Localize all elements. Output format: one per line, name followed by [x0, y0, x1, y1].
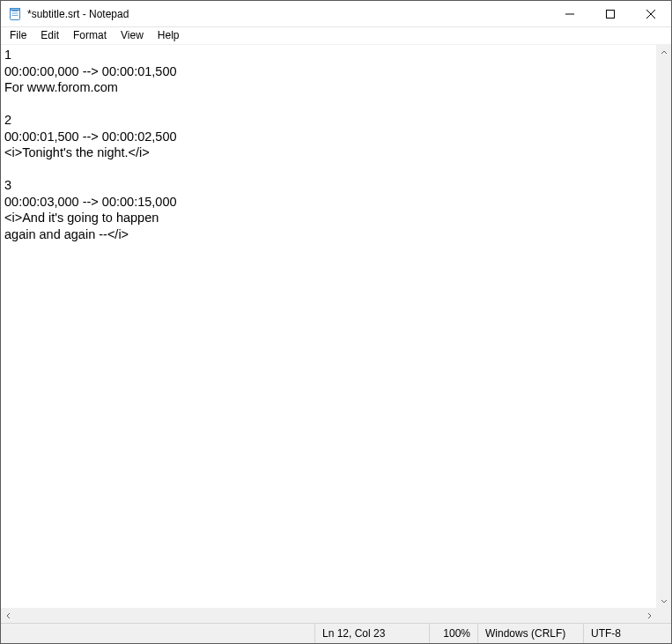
- window-title: *subtitle.srt - Notepad: [27, 7, 550, 20]
- menu-help[interactable]: Help: [151, 28, 187, 43]
- window-controls: [550, 1, 671, 26]
- notepad-window: *subtitle.srt - Notepad File Edit Format…: [0, 0, 672, 644]
- statusbar: Ln 12, Col 23 100% Windows (CRLF) UTF-8: [1, 623, 671, 643]
- status-zoom: 100%: [429, 624, 477, 643]
- scroll-down-icon[interactable]: [657, 593, 672, 608]
- menubar: File Edit Format View Help: [1, 27, 671, 45]
- svg-rect-4: [11, 8, 20, 10]
- menu-file[interactable]: File: [3, 28, 33, 43]
- notepad-icon: [8, 7, 22, 21]
- horizontal-scrollbar[interactable]: [1, 609, 656, 623]
- minimize-button[interactable]: [550, 1, 590, 26]
- menu-view[interactable]: View: [114, 28, 151, 43]
- menu-edit[interactable]: Edit: [33, 28, 66, 43]
- menu-format[interactable]: Format: [66, 28, 114, 43]
- svg-rect-6: [607, 10, 615, 18]
- status-encoding: UTF-8: [583, 624, 671, 643]
- titlebar[interactable]: *subtitle.srt - Notepad: [1, 1, 671, 27]
- editor-area: [1, 45, 671, 608]
- scrollbar-corner: [656, 609, 671, 624]
- status-position: Ln 12, Col 23: [314, 624, 429, 643]
- status-line-ending: Windows (CRLF): [477, 624, 583, 643]
- vertical-scrollbar[interactable]: [656, 45, 671, 608]
- text-editor[interactable]: [1, 45, 656, 608]
- scroll-right-icon[interactable]: [641, 609, 656, 624]
- maximize-button[interactable]: [590, 1, 631, 26]
- scroll-left-icon[interactable]: [1, 609, 16, 624]
- horizontal-scrollbar-row: [1, 608, 671, 623]
- status-spacer: [1, 624, 314, 643]
- scroll-up-icon[interactable]: [657, 45, 672, 60]
- close-button[interactable]: [631, 1, 671, 26]
